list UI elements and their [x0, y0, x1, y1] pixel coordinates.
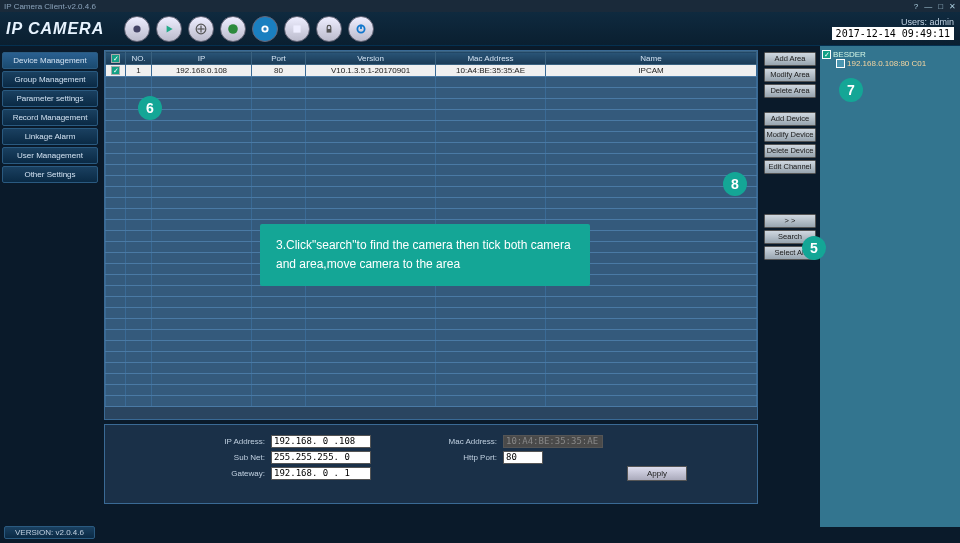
power-icon[interactable]	[348, 16, 374, 42]
gear-icon[interactable]	[252, 16, 278, 42]
camera-label: 192.168.0.108:80 C01	[847, 59, 926, 68]
delete-device-button[interactable]: Delete Device	[764, 144, 816, 158]
user-label: Users: admin	[832, 17, 954, 27]
network-settings: IP Address: Mac Address: Sub Net: Http P…	[104, 424, 758, 504]
table-row	[106, 308, 757, 319]
logo: IP CAMERA	[6, 20, 104, 38]
lock-icon[interactable]	[316, 16, 342, 42]
table-row	[106, 187, 757, 198]
action-panel: Add Area Modify Area Delete Area Add Dev…	[762, 46, 818, 527]
table-row	[106, 143, 757, 154]
modify-device-button[interactable]: Modify Device	[764, 128, 816, 142]
minimize-icon[interactable]: —	[924, 2, 932, 11]
row-checkbox[interactable]: ✓	[111, 66, 120, 75]
datetime: 2017-12-14 09:49:11	[832, 27, 954, 40]
help-icon[interactable]: ?	[914, 2, 918, 11]
table-row	[106, 165, 757, 176]
play-icon[interactable]	[156, 16, 182, 42]
httpport-input[interactable]	[503, 451, 543, 464]
apply-button[interactable]: Apply	[627, 466, 687, 481]
sidebar-item-device-management[interactable]: Device Management	[2, 52, 98, 69]
col-ip: IP	[152, 52, 252, 65]
cell-no: 1	[126, 65, 152, 77]
tree-camera-item[interactable]: 192.168.0.108:80 C01	[836, 59, 958, 68]
sidebar: Device Management Group Management Param…	[0, 46, 100, 527]
add-device-button[interactable]: Add Device	[764, 112, 816, 126]
col-name: Name	[546, 52, 757, 65]
title-bar: IP Camera Client-v2.0.4.6 ? — □ ✕	[0, 0, 960, 12]
ip-input[interactable]	[271, 435, 371, 448]
badge-8: 8	[723, 172, 747, 196]
move-button[interactable]: > >	[764, 214, 816, 228]
table-row	[106, 385, 757, 396]
close-icon[interactable]: ✕	[949, 2, 956, 11]
delete-area-button[interactable]: Delete Area	[764, 84, 816, 98]
cell-ip: 192.168.0.108	[152, 65, 252, 77]
toolbar: IP CAMERA Users: admin 2017-12-14 09:49:…	[0, 12, 960, 46]
cell-version: V10.1.3.5.1-20170901	[306, 65, 436, 77]
sidebar-item-other-settings[interactable]: Other Settings	[2, 166, 98, 183]
sidebar-item-parameter-settings[interactable]: Parameter settings	[2, 90, 98, 107]
maximize-icon[interactable]: □	[938, 2, 943, 11]
table-row	[106, 121, 757, 132]
table-row	[106, 77, 757, 88]
table-row	[106, 319, 757, 330]
table-row	[106, 132, 757, 143]
table-row[interactable]: ✓1192.168.0.10880V10.1.3.5.1-2017090110:…	[106, 65, 757, 77]
col-check[interactable]: ✓	[106, 52, 126, 65]
mac-label: Mac Address:	[377, 437, 497, 446]
subnet-label: Sub Net:	[145, 453, 265, 462]
gateway-label: Gateway:	[145, 469, 265, 478]
app-title: IP Camera Client-v2.0.4.6	[4, 2, 96, 11]
sidebar-item-user-management[interactable]: User Management	[2, 147, 98, 164]
httpport-label: Http Port:	[377, 453, 497, 462]
svg-rect-9	[327, 29, 332, 33]
table-row	[106, 154, 757, 165]
badge-7: 7	[839, 78, 863, 102]
table-row	[106, 99, 757, 110]
subnet-input[interactable]	[271, 451, 371, 464]
table-row	[106, 374, 757, 385]
table-row	[106, 341, 757, 352]
camera-icon[interactable]	[124, 16, 150, 42]
add-area-button[interactable]: Add Area	[764, 52, 816, 66]
table-row	[106, 352, 757, 363]
edit-channel-button[interactable]: Edit Channel	[764, 160, 816, 174]
col-version: Version	[306, 52, 436, 65]
table-row	[106, 286, 757, 297]
badge-5: 5	[802, 236, 826, 260]
svg-marker-1	[167, 25, 173, 32]
svg-rect-8	[294, 25, 301, 32]
cell-name: IPCAM	[546, 65, 757, 77]
record-icon[interactable]	[188, 16, 214, 42]
table-row	[106, 209, 757, 220]
mac-input	[503, 435, 603, 448]
table-row	[106, 363, 757, 374]
table-row	[106, 176, 757, 187]
table-row	[106, 330, 757, 341]
area-checkbox[interactable]: ✓	[822, 50, 831, 59]
col-mac: Mac Address	[436, 52, 546, 65]
col-no: NO.	[126, 52, 152, 65]
globe-icon[interactable]	[220, 16, 246, 42]
sidebar-item-group-management[interactable]: Group Management	[2, 71, 98, 88]
gateway-input[interactable]	[271, 467, 371, 480]
area-label: BESDER	[833, 50, 866, 59]
table-row	[106, 110, 757, 121]
table-row	[106, 198, 757, 209]
tree-area-item[interactable]: ✓ BESDER	[822, 50, 958, 59]
camera-checkbox[interactable]	[836, 59, 845, 68]
sidebar-item-record-management[interactable]: Record Management	[2, 109, 98, 126]
svg-point-0	[134, 25, 141, 32]
col-port: Port	[252, 52, 306, 65]
sidebar-item-linkage-alarm[interactable]: Linkage Alarm	[2, 128, 98, 145]
modify-area-button[interactable]: Modify Area	[764, 68, 816, 82]
log-icon[interactable]	[284, 16, 310, 42]
svg-point-5	[228, 24, 238, 34]
badge-6: 6	[138, 96, 162, 120]
table-row	[106, 297, 757, 308]
cell-mac: 10:A4:BE:35:35:AE	[436, 65, 546, 77]
version-label: VERSION: v2.0.4.6	[4, 526, 95, 539]
instruction-callout: 3.Click"search"to find the camera then t…	[260, 224, 590, 286]
cell-port: 80	[252, 65, 306, 77]
